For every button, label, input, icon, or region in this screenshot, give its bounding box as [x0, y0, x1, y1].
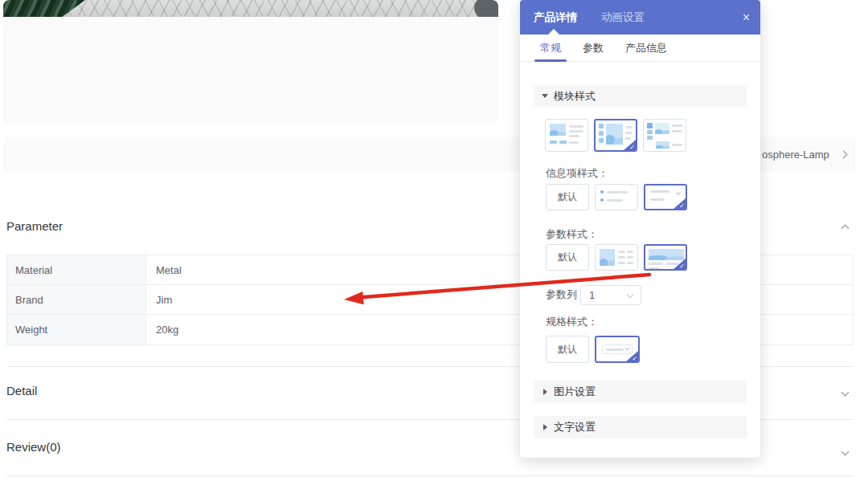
- spec-style-label: 规格样式：: [546, 315, 598, 329]
- chevron-right-icon[interactable]: [839, 150, 847, 158]
- breadcrumb[interactable]: osphere-Lamp: [762, 149, 829, 161]
- thumb-chevron-icon: [676, 190, 681, 195]
- thumb-image: [606, 124, 623, 145]
- detail-section-title: Detail: [6, 384, 37, 397]
- thumb-line: [569, 125, 583, 128]
- thumb-line: [607, 191, 628, 194]
- thumb-line: [569, 135, 579, 137]
- thumb-image: [649, 249, 684, 260]
- param-columns-select[interactable]: 1: [580, 285, 641, 305]
- check-icon: ✓: [679, 263, 685, 270]
- tab-general[interactable]: 常规: [540, 35, 561, 62]
- settings-panel: 产品详情 动画设置 × 常规 参数 产品信息 模块样式: [520, 0, 760, 458]
- thumb-line: [625, 137, 631, 140]
- param-style-label: 参数样式：: [546, 227, 598, 242]
- thumb-chevron-icon: [625, 347, 629, 351]
- thumb-dot: [600, 198, 604, 202]
- thumb-line: [625, 126, 633, 128]
- table-cell-label: Brand: [7, 285, 146, 314]
- thumb-line: [649, 263, 663, 265]
- thumb-mini: [647, 136, 653, 140]
- spec-style-options: 默认 ✓: [546, 336, 640, 363]
- panel-tab-animation-settings[interactable]: 动画设置: [601, 10, 645, 25]
- thumb-dot: [600, 190, 604, 194]
- thumb-line: [569, 130, 583, 132]
- review-collapse-icon[interactable]: [841, 448, 850, 456]
- module-style-option-3[interactable]: [643, 119, 686, 152]
- thumb-line: [625, 132, 633, 134]
- review-section-title: Review(0): [6, 440, 61, 454]
- thumb-line: [665, 263, 678, 265]
- thumb-mini: [599, 124, 604, 128]
- param-columns-value: 1: [589, 289, 595, 301]
- info-style-option-2[interactable]: [595, 184, 638, 210]
- panel-tab-product-detail[interactable]: 产品详情: [534, 10, 577, 25]
- image-settings-title: 图片设置: [554, 385, 596, 399]
- thumb-image: [656, 141, 669, 149]
- close-icon[interactable]: ×: [743, 0, 750, 35]
- image-settings-section-header[interactable]: 图片设置: [534, 381, 747, 403]
- tab-parameters[interactable]: 参数: [583, 35, 604, 62]
- page: osphere-Lamp Parameter Material Metal Br…: [0, 0, 868, 481]
- product-photo: [3, 0, 498, 17]
- module-style-title: 模块样式: [554, 89, 596, 104]
- detail-collapse-icon[interactable]: [841, 389, 850, 397]
- thumb-line: [672, 130, 682, 132]
- chevron-down-icon: [627, 291, 633, 298]
- text-settings-section-header[interactable]: 文字设置: [534, 416, 747, 438]
- thumb-image: [550, 124, 566, 136]
- check-icon: ✓: [679, 202, 685, 210]
- parameter-collapse-icon[interactable]: [841, 225, 850, 233]
- thumb-mini: [647, 130, 653, 134]
- thumb-line: [606, 349, 624, 351]
- info-style-default-button[interactable]: 默认: [546, 184, 589, 210]
- thumb-image: [655, 123, 669, 134]
- thumb-line: [650, 190, 669, 193]
- module-style-option-2[interactable]: ✓: [594, 119, 637, 152]
- table-cell-label: Weight: [7, 315, 146, 344]
- thumb-mini: [599, 131, 604, 136]
- module-style-option-1[interactable]: [545, 119, 588, 152]
- param-style-default-button[interactable]: 默认: [546, 244, 589, 271]
- section-divider: [6, 475, 854, 476]
- thumb-line: [569, 141, 579, 144]
- photo-dark-object: [474, 0, 498, 17]
- module-style-options: ✓: [545, 119, 686, 152]
- table-cell-label: Material: [7, 255, 146, 284]
- panel-subtabs: 常规 参数 产品信息: [520, 35, 760, 62]
- info-item-style-options: 默认 ✓: [546, 184, 687, 210]
- product-image-card: [3, 0, 498, 124]
- tab-product-info[interactable]: 产品信息: [625, 35, 667, 62]
- thumb-image: [600, 249, 615, 266]
- thumb-line: [672, 124, 682, 127]
- spec-style-option-2[interactable]: ✓: [595, 336, 640, 363]
- collapse-triangle-icon: [542, 94, 548, 98]
- thumb-mini: [599, 138, 604, 143]
- thumb-line: [649, 267, 660, 270]
- spec-style-default-button[interactable]: 默认: [546, 336, 589, 363]
- collapse-triangle-icon: [543, 389, 547, 395]
- parameter-section-title: Parameter: [6, 219, 63, 233]
- thumb-line: [650, 198, 665, 201]
- info-style-option-3[interactable]: ✓: [644, 184, 687, 210]
- thumb-mini: [559, 141, 567, 144]
- thumb-line: [607, 199, 623, 202]
- text-settings-title: 文字设置: [554, 420, 596, 434]
- param-style-options: 默认: [546, 244, 687, 271]
- param-style-option-2[interactable]: [595, 244, 638, 271]
- info-item-style-label: 信息项样式：: [546, 166, 608, 181]
- thumb-line: [672, 144, 682, 146]
- thumb-mini: [647, 123, 653, 128]
- thumb-mini: [550, 141, 557, 144]
- photo-green-structure: [3, 0, 85, 17]
- check-icon: ✓: [632, 355, 637, 362]
- collapse-triangle-icon: [543, 424, 547, 430]
- param-style-option-3[interactable]: ✓: [644, 244, 687, 271]
- check-icon: ✓: [629, 144, 635, 151]
- module-style-section-header[interactable]: 模块样式: [534, 85, 747, 107]
